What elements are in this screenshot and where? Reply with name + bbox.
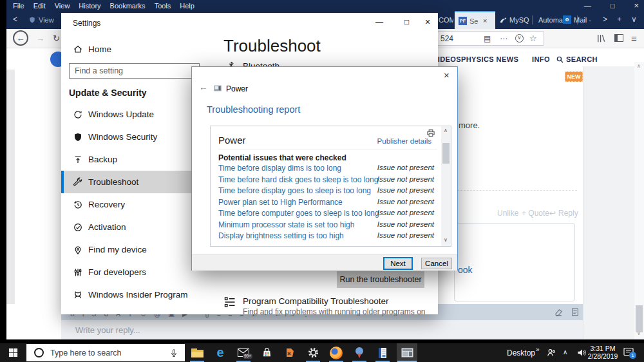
taskbar-search-input[interactable]: Type here to search [26,344,185,361]
next-button[interactable]: Next [384,258,412,269]
menu-bookmarks[interactable]: Bookmarks [110,2,146,10]
tab-fragment[interactable]: COM [439,16,453,24]
page-nav-info[interactable]: INFO [532,55,550,63]
issue-link[interactable]: Time before display dims is too long [218,164,341,173]
settings-search-input[interactable]: Find a setting [69,63,200,79]
sidebar-item-windows-security[interactable]: Windows Security [61,126,213,148]
taskbar-capture-tool-icon[interactable] [280,343,299,362]
sidebar-item-activation[interactable]: Activation [61,216,213,238]
new-tab-icon[interactable]: + [617,15,621,24]
microphone-icon[interactable] [169,348,178,358]
menu-view[interactable]: View [55,2,70,10]
sidebar-item-backup[interactable]: Backup [61,148,213,171]
forward-icon[interactable]: → [36,33,44,43]
page-scrollbar[interactable]: ∧ ∨ [634,62,644,339]
sidebar-item-troubleshoot[interactable]: Troubleshoot [61,171,213,193]
volume-icon[interactable] [577,348,587,357]
issue-link[interactable]: Time before hard disk goes to sleep is t… [218,175,378,184]
dialog-back-icon[interactable]: ← [199,82,208,92]
quick-reply-box[interactable] [454,223,575,301]
taskbar-mail-icon[interactable]: 99+ [234,343,253,362]
run-troubleshooter-button[interactable]: Run the troubleshooter [337,271,424,288]
issue-link[interactable]: Time before computer goes to sleep is to… [218,209,379,218]
menu-hamburger-icon[interactable]: ≡ [631,33,637,44]
taskbar-edge-icon[interactable]: e [211,343,230,362]
sidebars-icon[interactable] [614,34,623,42]
window-maximize-icon[interactable]: □ [611,2,615,10]
back-icon[interactable]: ← [13,30,28,46]
unlike-link[interactable]: Unlike [497,209,518,218]
library-icon[interactable] [596,33,606,43]
eraser-icon[interactable] [554,307,564,317]
taskbar-file-explorer-icon[interactable] [187,343,207,362]
report-scroll-down-icon[interactable]: ∨ [444,237,448,243]
toolbar-expand-icon[interactable]: » [536,346,540,353]
pocket-icon[interactable]: ∨ [515,34,524,43]
scroll-up-icon[interactable]: ∧ [637,63,641,69]
window-close-icon[interactable]: × [634,1,639,10]
desktop-toolbar-label[interactable]: Desktop [507,348,535,357]
tray-clock[interactable]: 3:31 PM 2/28/2019 [587,345,618,360]
reply-placeholder: Write your reply... [75,325,140,335]
menu-tools[interactable]: Tools [155,2,171,10]
reply-link[interactable]: Reply [558,209,578,218]
quote-link[interactable]: + Quote [522,209,549,218]
settings-minimize-icon[interactable]: — [375,17,383,26]
settings-close-icon[interactable]: × [425,17,430,27]
people-icon[interactable] [546,348,556,358]
menu-help[interactable]: Help [180,2,194,10]
taskbar-store-icon[interactable] [257,343,276,362]
taskbar-firefox-icon[interactable] [327,343,346,362]
reload-icon[interactable]: ↻ [53,33,60,43]
report-scrollbar[interactable]: ∧ ∨ [441,126,451,246]
menu-edit[interactable]: Edit [33,2,46,10]
issue-link[interactable]: Power plan set to High Performance [218,198,343,207]
pinned-tab-shield-icon[interactable] [28,16,36,24]
page-actions-icon[interactable]: ⋯ [500,34,507,43]
menu-file[interactable]: File [13,2,24,10]
bookmark-star-icon[interactable]: ☆ [529,33,537,43]
sidebar-item-find-my-device[interactable]: Find my device [61,238,213,261]
issue-link[interactable]: Display brightness setting is too high [218,231,344,240]
page-nav-search[interactable]: SEARCH [556,55,598,63]
sidebar-item-windows-insider-program[interactable]: Windows Insider Program [61,283,213,306]
tray-show-hidden-icon[interactable]: ∧ [563,348,567,356]
taskbar-active-window-icon[interactable] [397,343,417,362]
settings-maximize-icon[interactable]: □ [404,17,409,26]
print-icon[interactable] [426,128,436,138]
tab-close-icon[interactable]: × [483,17,487,24]
tab-scroll-right-icon[interactable]: > [603,15,607,24]
start-button[interactable] [3,343,23,362]
taskbar-document-app-icon[interactable] [373,343,392,362]
link-fragment[interactable]: ook [458,265,473,275]
pinned-tab-label[interactable]: View [39,16,54,24]
issue-link[interactable]: Minimum processor state is set too high [218,220,354,229]
action-center-icon[interactable]: 1 [623,347,634,357]
troubleshoot-item-program-compat[interactable]: Program Compatibility Troubleshooter [243,296,389,306]
scroll-down-icon[interactable]: ∨ [637,330,641,336]
window-minimize-icon[interactable]: — [584,2,591,10]
tab-mysql[interactable]: MySQ [509,16,529,24]
taskbar-settings-gear-icon[interactable] [303,343,323,362]
reply-input[interactable]: Write your reply... [61,320,583,339]
publisher-details-link[interactable]: Publisher details [377,137,431,145]
tab-scroll-left-icon[interactable]: < [13,15,17,24]
issue-link[interactable]: Time before display goes to sleep is too… [218,186,371,195]
dialog-close-icon[interactable]: × [444,70,450,81]
report-scroll-thumb[interactable] [442,143,450,164]
tab-list-icon[interactable]: ∨ [631,15,637,24]
tab-mail[interactable]: Mail - [574,16,591,24]
sidebar-item-recovery[interactable]: Recovery [61,193,213,216]
sidebar-item-for-developers[interactable]: For developers [61,261,213,283]
report-scroll-up-icon[interactable]: ∧ [444,128,448,133]
page-nav-physics-news[interactable]: PHYSICS NEWS [461,55,518,63]
menu-history[interactable]: History [79,2,100,10]
scroll-thumb[interactable] [636,305,643,332]
cancel-button[interactable]: Cancel [421,258,452,269]
taskbar-maps-pin-icon[interactable] [350,343,369,362]
sidebar-item-home[interactable]: Home [88,44,111,54]
sidebar-item-windows-update[interactable]: Windows Update [61,103,213,126]
source-doc-icon[interactable] [571,307,580,317]
reader-view-icon[interactable]: ▤ [484,34,491,43]
tab-active-physicsforums[interactable]: PF Se × [455,11,495,29]
